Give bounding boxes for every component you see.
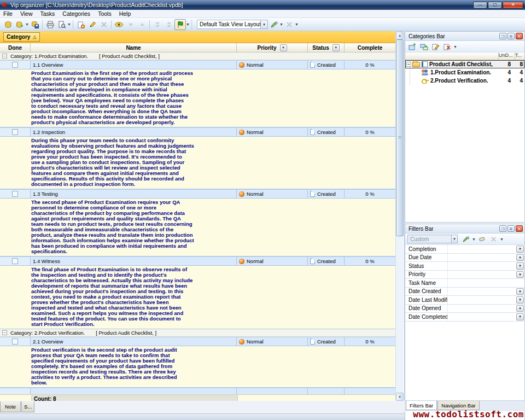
menu-file[interactable]: File: [3, 10, 13, 17]
filter-value[interactable]: [448, 305, 516, 313]
layout-combo-arrow[interactable]: ▼: [260, 20, 267, 28]
clear-filter-icon[interactable]: [477, 235, 487, 244]
filter-dropdown-icon[interactable]: ▼: [516, 288, 524, 295]
column-undone[interactable]: UnD...: [498, 52, 515, 60]
apply-filter-arrow[interactable]: ▼: [472, 237, 476, 241]
done-checkbox[interactable]: [12, 339, 18, 345]
task-row-partial[interactable]: [0, 388, 395, 394]
group-row-2[interactable]: − Category: 2.Product Verification. [ Pr…: [0, 329, 395, 337]
scroll-up-icon[interactable]: ▲: [396, 31, 404, 39]
column-name[interactable]: Name: [31, 43, 237, 52]
customize-dropdown-arrow[interactable]: ▼: [279, 22, 283, 26]
filter-dropdown-icon[interactable]: ▼: [516, 313, 524, 320]
layout-combo[interactable]: Default Task View Layout ▼: [197, 20, 268, 29]
apply-filter-icon[interactable]: [460, 235, 471, 244]
vertical-scrollbar[interactable]: ▲ ▼: [395, 31, 404, 401]
filter-value[interactable]: [448, 262, 516, 270]
pin-icon[interactable]: 푸: [508, 33, 515, 39]
filter-value[interactable]: [448, 254, 516, 262]
print-dropdown-arrow[interactable]: ▼: [67, 22, 71, 26]
group-row-1[interactable]: − Category: 1.Product Examination. [ Pro…: [0, 52, 395, 60]
add-task-icon[interactable]: [75, 19, 86, 30]
tab-s[interactable]: S...: [21, 401, 34, 412]
new-database-icon[interactable]: [2, 19, 14, 30]
task-row-1-4[interactable]: 1.4 Witness Normal Created 0 %: [0, 256, 395, 266]
filter-value[interactable]: [448, 313, 516, 321]
column-status[interactable]: Status ▼: [308, 43, 345, 52]
filter-dropdown-icon[interactable]: ▼: [516, 262, 524, 270]
done-checkbox[interactable]: [12, 129, 18, 135]
toolbar-overflow-arrow[interactable]: ▼: [295, 22, 299, 26]
panel-close-icon[interactable]: ✕: [516, 33, 523, 39]
done-checkbox[interactable]: [12, 62, 18, 68]
move-top-icon[interactable]: [163, 19, 174, 30]
done-checkbox[interactable]: [12, 191, 18, 197]
filter-value[interactable]: [448, 296, 516, 304]
filters-overflow-arrow[interactable]: ▼: [500, 237, 504, 241]
filter-dropdown-icon[interactable]: ▼: [516, 246, 524, 253]
filter-value[interactable]: [448, 288, 516, 296]
filter-dropdown-icon[interactable]: ▼: [516, 305, 524, 312]
column-done[interactable]: Done: [0, 43, 31, 52]
filter-preset-combo[interactable]: Custom ▼: [407, 235, 458, 243]
delete-task-icon[interactable]: [98, 19, 109, 30]
save-database-icon[interactable]: [29, 19, 40, 30]
tree-item-verification[interactable]: 2.Product Verification. 4 4: [405, 77, 524, 85]
status-filter-button[interactable]: ▼: [332, 44, 340, 51]
delete-filter-icon[interactable]: [488, 235, 499, 244]
tree-item-checklist[interactable]: − Product Audit Checklist, 8 8: [405, 60, 524, 68]
move-down-icon[interactable]: [125, 19, 136, 30]
add-category-icon[interactable]: [407, 42, 418, 51]
scrollbar-thumb[interactable]: [396, 39, 404, 236]
delete-category-icon[interactable]: [442, 42, 452, 51]
filter-value[interactable]: [448, 271, 516, 279]
open-dropdown-arrow[interactable]: ▼: [25, 22, 29, 26]
edit-task-icon[interactable]: [86, 19, 98, 30]
menu-categories[interactable]: Categories: [62, 10, 90, 17]
task-name[interactable]: 1.2 Inspection: [31, 128, 237, 136]
done-checkbox[interactable]: [12, 258, 18, 264]
maximize-button[interactable]: ▢: [488, 2, 502, 9]
task-view-flag-icon[interactable]: [174, 19, 186, 30]
collapse-icon[interactable]: −: [2, 330, 7, 335]
column-complete[interactable]: Complete: [345, 43, 395, 52]
move-up-icon[interactable]: [136, 19, 148, 30]
categories-overflow-arrow[interactable]: ▼: [453, 45, 457, 49]
tree-item-examination[interactable]: 1.Product Examination. 4 4: [405, 68, 524, 77]
menu-tasks[interactable]: Tasks: [40, 10, 55, 17]
tree-collapse-icon[interactable]: −: [406, 62, 411, 67]
panel-close-icon[interactable]: ✕: [516, 225, 523, 232]
filter-dropdown-icon[interactable]: ▼: [516, 271, 524, 278]
customize-layout-icon[interactable]: [268, 19, 279, 30]
task-name[interactable]: 1.1 Overview: [31, 61, 237, 69]
filter-value[interactable]: [448, 279, 524, 287]
edit-category-icon[interactable]: [430, 42, 441, 51]
task-row-2-1[interactable]: 2.1 Overview Normal Created 0 %: [0, 337, 395, 346]
column-priority[interactable]: Priority ▼: [237, 43, 308, 52]
pin-icon[interactable]: 푸: [508, 225, 515, 232]
column-total[interactable]: T...: [515, 52, 524, 60]
task-name[interactable]: 2.1 Overview: [31, 337, 237, 346]
filter-value[interactable]: [448, 245, 516, 253]
task-name[interactable]: 1.3 Testing: [31, 190, 237, 198]
filter-dropdown-icon[interactable]: ▼: [516, 254, 524, 261]
close-button[interactable]: ✕: [503, 2, 523, 9]
group-by-category-button[interactable]: Category △: [3, 32, 40, 42]
view-note-icon[interactable]: [113, 19, 125, 30]
menu-tools[interactable]: Tools: [98, 10, 112, 17]
preset-combo-arrow[interactable]: ▼: [451, 235, 457, 243]
undock-icon[interactable]: ❐: [499, 225, 506, 232]
menu-help[interactable]: Help: [119, 10, 131, 17]
move-bottom-icon[interactable]: [151, 19, 163, 30]
scroll-down-icon[interactable]: ▼: [396, 393, 404, 401]
print-icon[interactable]: [44, 19, 56, 30]
task-row-1-3[interactable]: 1.3 Testing Normal Created 0 %: [0, 189, 395, 199]
task-row-1-2[interactable]: 1.2 Inspection Normal Created 0 %: [0, 127, 395, 137]
flag-dropdown-arrow[interactable]: ▼: [186, 22, 190, 26]
delete-layout-icon[interactable]: [283, 19, 295, 30]
open-database-icon[interactable]: [14, 19, 25, 30]
priority-filter-button[interactable]: ▼: [280, 44, 287, 51]
collapse-icon[interactable]: −: [2, 54, 7, 59]
print-preview-icon[interactable]: [56, 19, 67, 30]
tab-note[interactable]: Note: [0, 401, 21, 412]
